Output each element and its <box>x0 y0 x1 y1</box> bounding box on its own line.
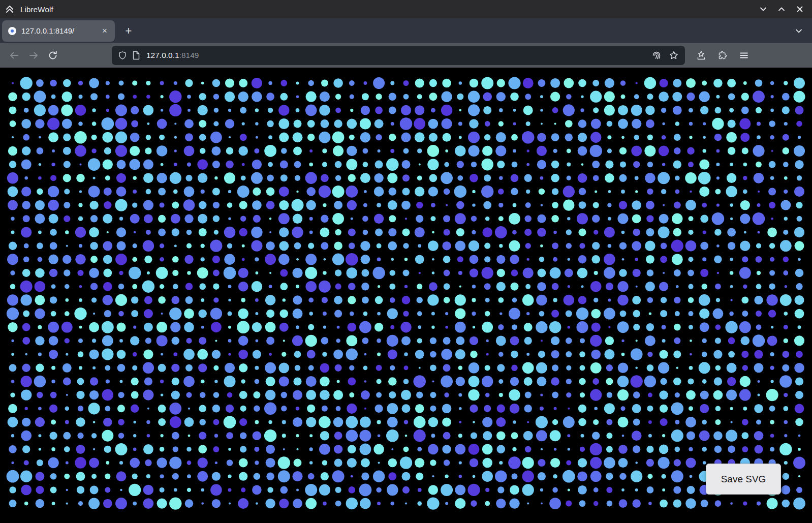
double-chevron-up-icon <box>5 5 14 13</box>
tab-localhost[interactable]: 127.0.0.1:8149/ × <box>2 20 115 42</box>
toolbar-right-icons <box>692 46 753 65</box>
bookmark-star-icon[interactable] <box>669 50 679 60</box>
new-tab-button[interactable]: + <box>120 22 137 40</box>
page-content: Save SVG <box>0 68 812 523</box>
library-button[interactable] <box>692 46 710 65</box>
chevron-down-icon <box>795 27 803 35</box>
close-window-button[interactable] <box>793 3 807 16</box>
window-title: LibreWolf <box>20 5 53 14</box>
forward-button[interactable] <box>24 46 43 65</box>
maximize-button[interactable] <box>774 3 789 16</box>
window-titlebar: LibreWolf <box>0 0 812 18</box>
url-text: 127.0.0.1:8149 <box>146 51 651 60</box>
menu-button[interactable] <box>735 46 753 65</box>
shield-icon <box>118 51 127 60</box>
browser-window: LibreWolf 127.0.0.1:8149/ × + <box>0 0 812 523</box>
tab-strip: 127.0.0.1:8149/ × + <box>0 18 812 43</box>
dot-grid <box>0 68 812 523</box>
star-tray-icon <box>696 50 706 60</box>
minimize-button[interactable] <box>756 3 770 16</box>
chevron-down-icon <box>759 5 767 13</box>
list-all-tabs-button[interactable] <box>791 23 807 39</box>
chevron-up-icon <box>777 5 786 13</box>
arrow-left-icon <box>9 50 20 61</box>
urlbar-action-icons <box>651 50 679 60</box>
url-host: 127.0.0.1 <box>146 51 179 59</box>
page-info-icon <box>132 51 140 60</box>
arrow-right-icon <box>28 50 39 61</box>
tab-favicon-icon <box>8 27 16 35</box>
tab-title: 127.0.0.1:8149/ <box>21 26 99 35</box>
hamburger-menu-icon <box>739 50 749 60</box>
url-port: :8149 <box>179 51 199 59</box>
puzzle-piece-icon <box>717 50 728 60</box>
url-bar[interactable]: 127.0.0.1:8149 <box>112 46 685 65</box>
extensions-button[interactable] <box>713 46 732 65</box>
titlebar-left: LibreWolf <box>5 5 53 14</box>
navigation-toolbar: 127.0.0.1:8149 <box>0 43 812 68</box>
tab-close-button[interactable]: × <box>99 25 111 37</box>
window-controls <box>756 3 807 16</box>
save-svg-button[interactable]: Save SVG <box>706 464 781 495</box>
back-button[interactable] <box>5 46 23 65</box>
fingerprint-icon[interactable] <box>651 50 662 60</box>
reload-icon <box>48 50 58 60</box>
close-icon <box>796 5 804 13</box>
reload-button[interactable] <box>44 46 62 65</box>
